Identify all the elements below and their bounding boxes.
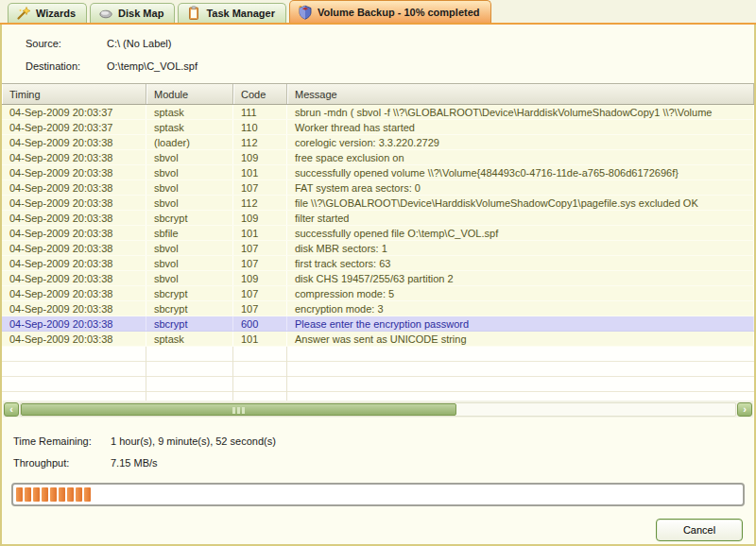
- cell-message: successfully opened file O:\temp\C_VOL.s…: [287, 226, 754, 240]
- cell-module: sptask: [146, 120, 233, 134]
- progress-bar-wrap: [2, 473, 754, 509]
- progress-segment: [67, 487, 74, 502]
- cell-timing: 04-Sep-2009 20:03:38: [2, 135, 146, 149]
- scrollbar-thumb[interactable]: [21, 403, 456, 416]
- table-row[interactable]: 04-Sep-2009 20:03:37sptask111sbrun -mdn …: [2, 105, 754, 120]
- cell-timing: 04-Sep-2009 20:03:38: [2, 271, 146, 285]
- cell-message: filter started: [287, 211, 754, 225]
- tab-task-manager[interactable]: Task Manager: [178, 3, 286, 23]
- table-row[interactable]: 04-Sep-2009 20:03:38(loader)112corelogic…: [2, 135, 754, 150]
- cell-code: 107: [233, 301, 287, 316]
- table-row[interactable]: 04-Sep-2009 20:03:38sbfile101successfull…: [2, 226, 754, 241]
- cell-code: 110: [233, 120, 287, 134]
- cell-timing: 04-Sep-2009 20:03:37: [2, 120, 146, 134]
- time-remaining-row: Time Remaining: 1 hour(s), 9 minute(s), …: [13, 430, 754, 452]
- cell-message: Answer was sent as UNICODE string: [287, 332, 754, 346]
- cell-timing: 04-Sep-2009 20:03:38: [2, 165, 146, 179]
- cell-code: 101: [233, 165, 287, 179]
- cell-module: sbvol: [146, 165, 233, 179]
- table-row[interactable]: 04-Sep-2009 20:03:38sbvol107disk MBR sec…: [2, 241, 754, 256]
- cell-code: 101: [233, 332, 287, 346]
- scroll-left-button[interactable]: ‹: [4, 402, 19, 417]
- table-row[interactable]: 04-Sep-2009 20:03:38sbvol109disk CHS 194…: [2, 271, 754, 286]
- table-row[interactable]: 04-Sep-2009 20:03:38sbvol112file \\?\GLO…: [2, 196, 754, 211]
- tab-label: Task Manager: [206, 8, 275, 19]
- table-row[interactable]: 04-Sep-2009 20:03:38sbvol107FAT system a…: [2, 180, 754, 196]
- cell-module: sbvol: [146, 271, 233, 285]
- cell-code: 111: [233, 105, 287, 119]
- cell-message: successfully opened volume \\?\Volume{48…: [287, 165, 754, 179]
- tab-bar: Wizards Disk Map Task Manager Volume Bac…: [0, 0, 756, 25]
- table-row[interactable]: 04-Sep-2009 20:03:38sbvol101successfully…: [2, 165, 754, 180]
- scroll-right-button[interactable]: ›: [737, 402, 752, 417]
- cell-module: sbvol: [146, 180, 233, 195]
- destination-label: Destination:: [26, 60, 107, 72]
- table-row[interactable]: 04-Sep-2009 20:03:38sbvol109free space e…: [2, 150, 754, 165]
- tab-label: Volume Backup - 10% completed: [318, 7, 480, 18]
- cell-module: sbcrypt: [146, 211, 233, 225]
- progress-segment: [76, 487, 82, 502]
- cell-module: sbcrypt: [146, 301, 233, 316]
- column-header-code[interactable]: Code: [233, 84, 287, 104]
- table-row[interactable]: 04-Sep-2009 20:03:38sbcrypt107encryption…: [2, 301, 754, 316]
- progress-segment: [16, 487, 23, 502]
- cell-code: 107: [233, 180, 287, 195]
- progress-segment: [25, 487, 31, 502]
- cell-timing: 04-Sep-2009 20:03:38: [2, 286, 146, 300]
- progress-segment: [84, 487, 91, 502]
- cell-message: first track sectors: 63: [287, 256, 754, 270]
- cell-timing: 04-Sep-2009 20:03:37: [2, 105, 146, 119]
- throughput-label: Throughput:: [13, 457, 111, 469]
- cell-module: sbcrypt: [146, 286, 233, 300]
- cell-module: sbcrypt: [146, 316, 233, 331]
- table-row[interactable]: 04-Sep-2009 20:03:38sbvol107first track …: [2, 256, 754, 271]
- volume-backup-window: Wizards Disk Map Task Manager Volume Bac…: [0, 0, 756, 546]
- progress-segment: [59, 487, 65, 502]
- cell-timing: 04-Sep-2009 20:03:38: [2, 301, 146, 316]
- table-row[interactable]: 04-Sep-2009 20:03:37sptask110Worker thre…: [2, 120, 754, 135]
- column-header-module[interactable]: Module: [146, 84, 233, 104]
- cell-timing: 04-Sep-2009 20:03:38: [2, 332, 146, 346]
- cell-timing: 04-Sep-2009 20:03:38: [2, 196, 146, 210]
- cell-message: disk CHS 19457/255/63 partition 2: [287, 271, 754, 285]
- throughput-row: Throughput: 7.15 MB/s: [13, 452, 754, 473]
- table-row[interactable]: 04-Sep-2009 20:03:38sptask101Answer was …: [2, 332, 754, 347]
- table-row[interactable]: 04-Sep-2009 20:03:38sbcrypt109filter sta…: [2, 211, 754, 226]
- shield-icon: [298, 5, 313, 20]
- progress-segment: [33, 487, 40, 502]
- backup-info: Source: C:\ (No Label) Destination: O:\t…: [2, 25, 754, 83]
- time-remaining-value: 1 hour(s), 9 minute(s), 52 second(s): [111, 435, 276, 447]
- progress-bar: [11, 483, 745, 506]
- cell-message: compression mode: 5: [287, 286, 754, 300]
- column-header-timing[interactable]: Timing: [2, 84, 146, 104]
- tab-disk-map[interactable]: Disk Map: [90, 3, 175, 23]
- cell-module: (loader): [146, 135, 233, 149]
- column-header-message[interactable]: Message: [287, 84, 754, 104]
- cell-code: 107: [233, 241, 287, 255]
- tab-volume-backup[interactable]: Volume Backup - 10% completed: [289, 0, 491, 23]
- source-value: C:\ (No Label): [107, 38, 171, 49]
- table-row[interactable]: 04-Sep-2009 20:03:38sbcrypt107compressio…: [2, 286, 754, 301]
- disk-icon: [98, 6, 113, 21]
- scrollbar-track[interactable]: [20, 402, 736, 417]
- source-row: Source: C:\ (No Label): [26, 32, 754, 55]
- cell-timing: 04-Sep-2009 20:03:38: [2, 256, 146, 270]
- log-table: Timing Module Code Message 04-Sep-2009 2…: [2, 83, 754, 401]
- log-table-empty-area: [2, 347, 754, 401]
- table-row-selected[interactable]: 04-Sep-2009 20:03:38sbcrypt600Please ent…: [2, 316, 754, 332]
- cell-module: sbvol: [146, 150, 233, 164]
- cell-code: 600: [233, 316, 287, 331]
- wand-icon: [16, 6, 31, 21]
- progress-segment: [50, 487, 57, 502]
- horizontal-scrollbar[interactable]: ‹ ›: [3, 401, 753, 418]
- cell-code: 112: [233, 135, 287, 149]
- footer: Cancel: [2, 509, 754, 544]
- tab-wizards[interactable]: Wizards: [8, 3, 87, 23]
- cell-message: sbrun -mdn ( sbvol -f \\?\GLOBALROOT\Dev…: [287, 105, 754, 119]
- cancel-button[interactable]: Cancel: [656, 519, 743, 541]
- cell-module: sptask: [146, 105, 233, 119]
- cell-module: sbvol: [146, 196, 233, 210]
- destination-value: O:\temp\C_VOL.spf: [107, 60, 198, 72]
- clipboard-icon: [186, 6, 201, 21]
- cell-code: 112: [233, 196, 287, 210]
